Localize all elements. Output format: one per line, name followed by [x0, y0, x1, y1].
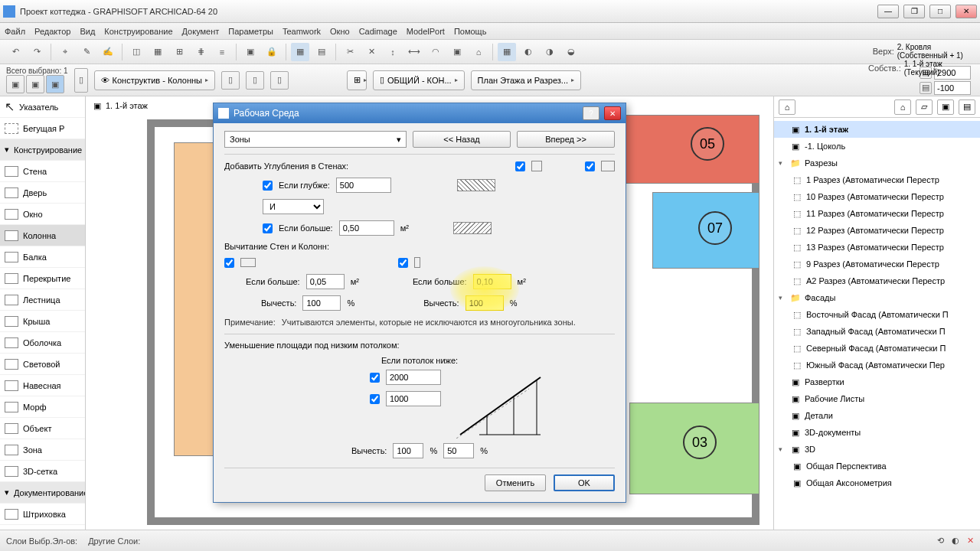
fill-dropdown[interactable]: ⊞▸ [347, 70, 367, 90]
elev-down-input[interactable] [934, 81, 971, 95]
3d-icon[interactable]: ▣ [241, 43, 260, 61]
menu-teamwork[interactable]: Teamwork [283, 27, 321, 36]
menu-help[interactable]: Помощь [454, 27, 487, 36]
maximize-button[interactable]: □ [929, 5, 951, 18]
offset-icon[interactable]: ▣ [448, 43, 466, 61]
profile-2-icon[interactable]: ▯ [246, 71, 264, 90]
wall-subtract-check[interactable] [224, 258, 234, 268]
mirror-icon[interactable]: ⟷ [405, 43, 423, 61]
tree-node-facades[interactable]: ▾📁Фасады [774, 289, 980, 306]
zones-dropdown[interactable]: Зоны▾ [224, 131, 407, 148]
menu-editor[interactable]: Редактор [34, 27, 70, 36]
navigator-tree[interactable]: ▣1. 1-й этаж ▣-1. Цоколь ▾📁Разрезы ⬚1 Ра… [774, 118, 980, 551]
tree-item[interactable]: ⬚Восточный Фасад (Автоматически П [774, 306, 980, 323]
column-subtract-check[interactable] [398, 258, 408, 268]
tree-node-sections[interactable]: ▾📁Разрезы [774, 155, 980, 171]
edit-icon[interactable]: ✍ [99, 43, 117, 61]
nav-tab-project[interactable]: ⌂ [779, 99, 795, 115]
redo-icon[interactable]: ↷ [28, 43, 46, 61]
zones-icon[interactable]: ▦ [498, 43, 516, 61]
tool-column[interactable]: Колонна [0, 225, 85, 246]
subtract-input-1[interactable] [302, 295, 341, 311]
elev-down-icon[interactable]: ▤ [920, 82, 932, 94]
tool-door[interactable]: Дверь [0, 182, 85, 204]
grid-icon[interactable]: ▦ [149, 43, 167, 61]
status-icon-3[interactable]: ✕ [967, 536, 974, 546]
tree-item[interactable]: ⬚Западный Фасад (Автоматически П [774, 323, 980, 340]
tool-object[interactable]: Объект [0, 418, 85, 439]
snap-icon[interactable]: ◫ [127, 43, 145, 61]
undo-icon[interactable]: ↶ [6, 43, 24, 61]
if-larger-check-1[interactable] [263, 223, 273, 233]
markers2-icon[interactable]: ▤ [312, 43, 331, 61]
guides-icon[interactable]: ⊞ [170, 43, 188, 61]
tool-beam[interactable]: Балка [0, 246, 85, 268]
lock-icon[interactable]: 🔒 [263, 43, 281, 61]
tool-shell[interactable]: Оболочка [0, 332, 85, 354]
tree-node-3ddocs[interactable]: ▣3D-документы [774, 424, 980, 441]
ceiling-check-1[interactable] [370, 373, 380, 383]
measure-icon[interactable]: ≡ [213, 43, 231, 61]
tool-morph[interactable]: Морф [0, 396, 85, 418]
tool-mesh[interactable]: 3D-сетка [0, 461, 85, 482]
recess-check-2[interactable] [585, 161, 595, 171]
layer-dropdown[interactable]: 👁 Конструктив - Колонны ▸ [94, 70, 215, 90]
dialog-close-button[interactable]: ✕ [604, 106, 621, 120]
tool-fill[interactable]: Штриховка [0, 504, 85, 525]
menu-window[interactable]: Окно [330, 27, 350, 36]
tab-floorplan[interactable]: 1. 1-й этаж [106, 101, 148, 110]
tree-item[interactable]: ⬚Северный Фасад (Автоматически П [774, 340, 980, 357]
cancel-button[interactable]: Отменить [485, 474, 546, 491]
dialog-help-button[interactable]: ? [583, 106, 599, 120]
pick-icon[interactable]: ⌖ [56, 43, 74, 61]
tool-roof[interactable]: Крыша [0, 311, 85, 332]
fillet-icon[interactable]: ◠ [426, 43, 445, 61]
tree-item[interactable]: ⬚11 Разрез (Автоматически Перестр [774, 205, 980, 222]
if-deeper-check[interactable] [263, 181, 273, 191]
column-geom-icon[interactable]: ▯ [74, 68, 88, 93]
sel-tool-3-icon[interactable]: ▣ [46, 75, 64, 93]
story-dropdown[interactable]: ▯ ОБЩИЙ - КОН... ▸ [373, 70, 465, 90]
tool-window[interactable]: Окно [0, 204, 85, 225]
floor-up-value[interactable]: 2. Кровля (Собственный + 1) [897, 43, 975, 60]
home-icon[interactable]: ⌂ [469, 43, 488, 61]
tree-node-razvertki[interactable]: ▣Развертки [774, 373, 980, 390]
tree-item[interactable]: ⬚A2 Разрез (Автоматически Перестр [774, 272, 980, 289]
ceiling-subtract-1[interactable] [393, 443, 423, 458]
nav-tab-publisher-icon[interactable]: ▤ [959, 99, 975, 115]
nav-tab-views-icon[interactable]: ▱ [916, 99, 933, 115]
markers-icon[interactable]: ▦ [291, 43, 309, 61]
rule-icon[interactable]: ◐ [519, 43, 537, 61]
if-larger-input-1[interactable] [339, 220, 394, 236]
restore-button[interactable]: ❐ [903, 5, 925, 18]
and-or-select[interactable]: И [263, 199, 324, 214]
menu-cadimage[interactable]: Cadimage [359, 27, 397, 36]
menu-document[interactable]: Документ [182, 27, 220, 36]
split-icon[interactable]: ✕ [362, 43, 381, 61]
tool-skylight[interactable]: Световой [0, 354, 85, 375]
if-larger-input-3[interactable] [473, 274, 511, 289]
menu-parameters[interactable]: Параметры [228, 27, 273, 36]
status-icon-2[interactable]: ◐ [952, 536, 959, 546]
menu-modelport[interactable]: ModelPort [407, 27, 445, 36]
tree-item[interactable]: ⬚1 Разрез (Автоматически Перестр [774, 171, 980, 188]
forward-button[interactable]: Вперед >> [517, 131, 615, 148]
tool-header-doc[interactable]: ▾ Документирование [0, 482, 85, 504]
adjust-icon[interactable]: ↕ [384, 43, 402, 61]
sel-tool-2-icon[interactable]: ▣ [26, 75, 44, 93]
details-icon[interactable]: ◒ [562, 43, 580, 61]
magic-wand-icon[interactable]: ✎ [77, 43, 96, 61]
nav-tab-layouts-icon[interactable]: ▣ [937, 99, 954, 115]
tree-item[interactable]: ▣Общая Перспектива [774, 458, 980, 474]
sel-tool-1-icon[interactable]: ▣ [6, 75, 24, 93]
tool-curtain[interactable]: Навесная [0, 375, 85, 396]
tree-item[interactable]: ▣1. 1-й этаж [774, 121, 980, 138]
ceiling-check-2[interactable] [370, 394, 380, 404]
tree-node-details[interactable]: ▣Детали [774, 407, 980, 424]
tool-wall[interactable]: Стена [0, 161, 85, 182]
floor-down-value[interactable]: 1. 1-й этаж (Текущий) [904, 60, 975, 77]
tool-header-constr[interactable]: ▾ Конструирование [0, 139, 85, 161]
menu-file[interactable]: Файл [5, 27, 25, 36]
section-icon[interactable]: ◑ [541, 43, 559, 61]
if-larger-input-2[interactable] [306, 274, 345, 289]
